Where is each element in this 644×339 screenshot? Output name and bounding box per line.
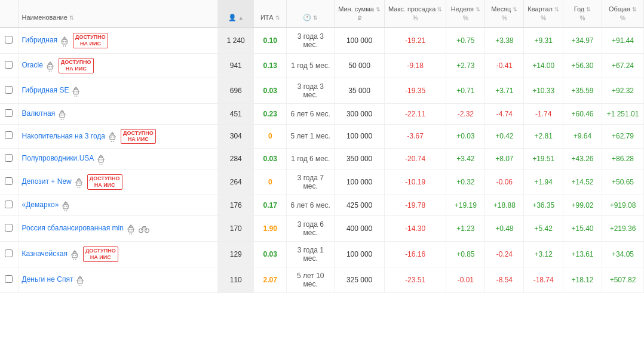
fund-name-link[interactable]: Депозит + New [22,177,72,186]
th-min-summa[interactable]: Мин. сумма ⇅ ₽ [335,0,385,27]
robot-icon [60,199,72,211]
fund-total: +1 251.01 [602,103,644,124]
fund-name-link[interactable]: Накопительная на 3 года [22,132,105,140]
sort-min-icon[interactable]: ⇅ [376,7,381,13]
fund-time: 5 лет 1 мес. [287,124,335,149]
th-obshchaya[interactable]: Общая ⇅ % [602,0,644,27]
svg-rect-38 [113,137,114,138]
svg-rect-72 [128,228,133,233]
svg-rect-0 [62,39,67,44]
fund-time: 3 года 3 мес. [287,27,335,54]
row-checkbox[interactable] [0,195,18,216]
fund-name-link[interactable]: Валютная [22,109,56,118]
row-checkbox[interactable] [0,216,18,242]
fund-name-link[interactable]: Гибридная SE [22,86,69,94]
robot-icon [73,176,85,188]
th-name[interactable]: Наименование ⇅ [18,0,218,27]
fund-max-drawdown: -19.21 [384,27,446,54]
fund-min-sum: 400 000 [335,216,385,242]
fund-name-link[interactable]: Oracle [22,61,43,69]
sort-maxloss-icon[interactable]: ⇅ [437,7,442,13]
fund-name-link[interactable]: Казначейская [22,249,68,258]
th-maks-prosadka[interactable]: Макс. просадка ⇅ % [384,0,446,27]
row-checkbox[interactable] [0,78,18,103]
th-nedelya[interactable]: Неделя ⇅ % [446,0,485,27]
fund-max-drawdown: -20.74 [384,149,446,170]
row-checkbox[interactable] [0,242,18,267]
fund-total: +67.24 [602,53,644,78]
row-checkbox[interactable] [0,124,18,149]
robot-icon [106,130,118,142]
th-count[interactable]: 👤 ▲ [218,0,254,27]
table-row: Депозит + New ДОСТУПНОНА ИИС26403 года 7… [0,170,644,195]
fund-min-sum: 100 000 [335,170,385,195]
sort-ita-icon[interactable]: ⇅ [275,15,280,21]
sort-total-icon[interactable]: ⇅ [632,7,637,13]
svg-point-101 [80,276,81,278]
fund-ita: 2.07 [254,267,287,293]
row-checkbox[interactable] [0,267,18,293]
fund-month: -0.24 [485,242,524,267]
fund-total: +507.82 [602,267,644,293]
sort-count-icon[interactable]: ▲ [238,15,244,21]
svg-rect-1 [63,41,65,42]
fund-max-drawdown: -19.78 [384,195,446,216]
sort-quarter-icon[interactable]: ⇅ [554,7,559,13]
fund-month: -0.06 [485,170,524,195]
fund-name-link[interactable]: «Демарко» [22,201,59,209]
fund-total: +91.44 [602,27,644,54]
funds-table: Наименование ⇅ 👤 ▲ ИТА ⇅ 🕐 ⇅ Мин. сумма [0,0,644,293]
fund-month: -0.41 [485,53,524,78]
fund-year: +15.40 [563,216,602,242]
fund-name-cell: Накопительная на 3 года ДОСТУПНОНА ИИС [18,124,218,149]
sort-name-icon[interactable]: ⇅ [69,15,74,21]
row-checkbox[interactable] [0,27,18,54]
sort-year-icon[interactable]: ⇅ [586,7,591,13]
fund-time: 3 года 6 мес. [287,216,335,242]
row-checkbox[interactable] [0,149,18,170]
svg-rect-37 [111,137,112,138]
th-time[interactable]: 🕐 ⇅ [287,0,335,27]
th-mesyats[interactable]: Месяц ⇅ % [485,0,524,27]
svg-rect-86 [75,255,76,256]
fund-name-link[interactable]: Деньги не Спят [22,275,73,283]
fund-time: 3 года 7 мес. [287,170,335,195]
svg-rect-29 [63,114,64,115]
row-checkbox[interactable] [0,103,18,124]
row-checkbox[interactable] [0,170,18,195]
fund-quarter: +3.12 [524,242,563,267]
fund-name-link[interactable]: Полупроводники.USA [22,154,94,162]
th-kvartal[interactable]: Квартал ⇅ % [524,0,563,27]
fund-year: +99.02 [563,195,602,216]
fund-week: +1.23 [446,216,485,242]
fund-name-link[interactable]: Россия сбалансированная min [22,224,124,232]
iis-badge: ДОСТУПНОНА ИИС [73,33,108,48]
fund-week: +0.75 [446,27,485,54]
fund-name-cell: Полупроводники.USA [18,149,218,170]
fund-week: -0.01 [446,267,485,293]
fund-ita: 0.03 [254,78,287,103]
fund-name-link[interactable]: Гибридная [22,36,58,44]
fund-year: +60.46 [563,103,602,124]
th-ita[interactable]: ИТА ⇅ [254,0,287,27]
row-checkbox[interactable] [0,53,18,78]
sort-week-icon[interactable]: ⇅ [476,7,480,13]
bike-icon [138,223,150,235]
fund-ita: 0.10 [254,27,287,54]
svg-rect-46 [100,159,101,161]
fund-count: 284 [218,149,254,170]
th-god[interactable]: Год ⇅ % [563,0,602,27]
fund-week: +0.85 [446,242,485,267]
sort-month-icon[interactable]: ⇅ [513,7,517,13]
fund-count: 696 [218,78,254,103]
fund-ita: 0.17 [254,195,287,216]
iis-badge: ДОСТУПНОНА ИИС [87,174,122,190]
robot-icon [95,153,107,165]
svg-rect-95 [81,281,82,282]
sort-time-icon[interactable]: ⇅ [313,15,318,21]
fund-total: +62.79 [602,124,644,149]
svg-rect-93 [78,279,82,284]
fund-count: 110 [218,267,254,293]
fund-time: 6 лет 6 мес. [287,195,335,216]
fund-total: +50.65 [602,170,644,195]
